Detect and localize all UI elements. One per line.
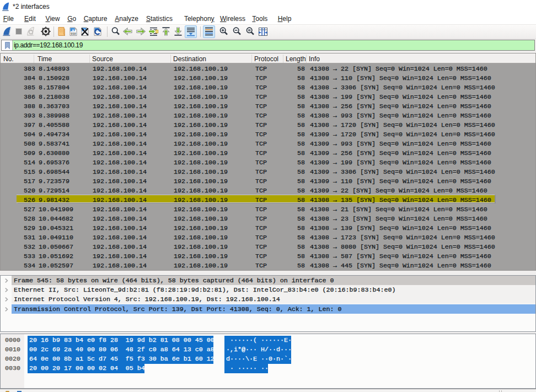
svg-text:010: 010	[71, 32, 76, 35]
